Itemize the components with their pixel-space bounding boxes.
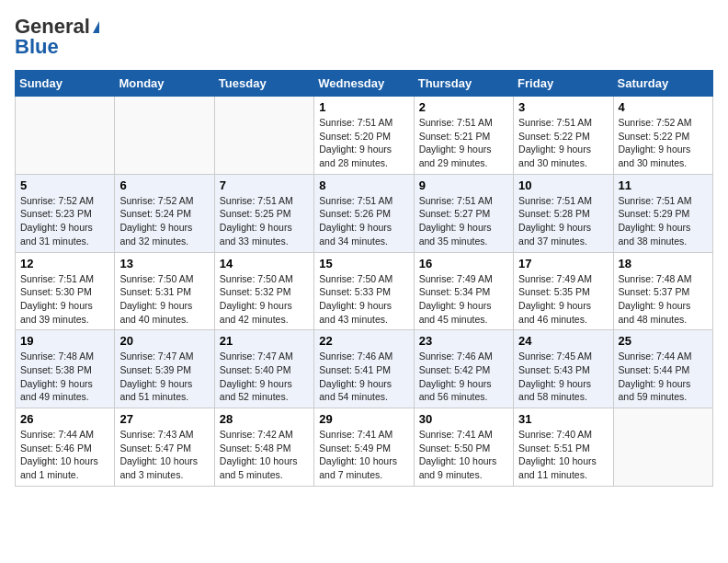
logo-blue: Blue [15,35,59,59]
day-number: 29 [319,412,408,426]
day-cell: 4Sunrise: 7:52 AM Sunset: 5:22 PM Daylig… [613,97,712,175]
day-cell: 6Sunrise: 7:52 AM Sunset: 5:24 PM Daylig… [115,174,214,252]
day-info: Sunrise: 7:51 AM Sunset: 5:26 PM Dayligh… [319,194,408,248]
day-cell: 1Sunrise: 7:51 AM Sunset: 5:20 PM Daylig… [314,97,414,175]
day-info: Sunrise: 7:41 AM Sunset: 5:49 PM Dayligh… [319,428,408,482]
day-number: 21 [220,334,309,348]
logo: General Blue [15,15,99,59]
day-number: 11 [619,178,708,192]
day-number: 19 [20,334,109,348]
day-info: Sunrise: 7:51 AM Sunset: 5:21 PM Dayligh… [419,116,508,170]
day-cell: 15Sunrise: 7:50 AM Sunset: 5:33 PM Dayli… [314,252,414,330]
page-header: General Blue [15,15,713,59]
day-info: Sunrise: 7:44 AM Sunset: 5:44 PM Dayligh… [619,350,708,404]
day-cell: 8Sunrise: 7:51 AM Sunset: 5:26 PM Daylig… [314,174,414,252]
day-number: 7 [220,178,309,192]
day-number: 24 [518,334,608,348]
day-info: Sunrise: 7:46 AM Sunset: 5:42 PM Dayligh… [419,350,508,404]
day-cell: 25Sunrise: 7:44 AM Sunset: 5:44 PM Dayli… [613,330,712,408]
day-number: 13 [119,257,209,270]
day-info: Sunrise: 7:40 AM Sunset: 5:51 PM Dayligh… [518,428,608,482]
day-info: Sunrise: 7:42 AM Sunset: 5:48 PM Dayligh… [220,428,309,482]
day-number: 2 [419,100,508,114]
day-cell: 21Sunrise: 7:47 AM Sunset: 5:40 PM Dayli… [214,330,313,408]
weekday-header-sunday: Sunday [16,71,115,97]
day-number: 23 [419,334,508,348]
day-cell: 23Sunrise: 7:46 AM Sunset: 5:42 PM Dayli… [414,330,513,408]
day-info: Sunrise: 7:41 AM Sunset: 5:50 PM Dayligh… [419,428,508,482]
day-number: 1 [319,100,408,114]
week-row-1: 1Sunrise: 7:51 AM Sunset: 5:20 PM Daylig… [16,97,713,175]
day-cell: 14Sunrise: 7:50 AM Sunset: 5:32 PM Dayli… [214,252,313,330]
day-info: Sunrise: 7:52 AM Sunset: 5:24 PM Dayligh… [119,194,209,248]
day-cell: 2Sunrise: 7:51 AM Sunset: 5:21 PM Daylig… [414,97,513,175]
day-cell: 17Sunrise: 7:49 AM Sunset: 5:35 PM Dayli… [514,252,613,330]
day-info: Sunrise: 7:51 AM Sunset: 5:28 PM Dayligh… [518,194,608,248]
week-row-5: 26Sunrise: 7:44 AM Sunset: 5:46 PM Dayli… [16,408,713,487]
day-cell: 13Sunrise: 7:50 AM Sunset: 5:31 PM Dayli… [115,252,214,330]
day-cell: 5Sunrise: 7:52 AM Sunset: 5:23 PM Daylig… [16,174,115,252]
day-number: 26 [20,412,109,426]
calendar-table: SundayMondayTuesdayWednesdayThursdayFrid… [15,70,713,487]
day-number: 12 [20,257,109,270]
day-cell: 3Sunrise: 7:51 AM Sunset: 5:22 PM Daylig… [514,97,613,175]
week-row-2: 5Sunrise: 7:52 AM Sunset: 5:23 PM Daylig… [16,174,713,252]
day-cell [214,97,313,175]
day-info: Sunrise: 7:47 AM Sunset: 5:40 PM Dayligh… [220,350,309,404]
day-cell: 18Sunrise: 7:48 AM Sunset: 5:37 PM Dayli… [613,252,712,330]
day-cell [16,97,115,175]
logo-icon [93,21,99,33]
day-info: Sunrise: 7:50 AM Sunset: 5:32 PM Dayligh… [220,272,309,327]
day-info: Sunrise: 7:52 AM Sunset: 5:23 PM Dayligh… [20,194,109,248]
day-number: 25 [619,334,708,348]
day-cell: 10Sunrise: 7:51 AM Sunset: 5:28 PM Dayli… [514,174,613,252]
day-cell: 12Sunrise: 7:51 AM Sunset: 5:30 PM Dayli… [16,252,115,330]
day-info: Sunrise: 7:49 AM Sunset: 5:34 PM Dayligh… [419,272,508,327]
day-info: Sunrise: 7:50 AM Sunset: 5:31 PM Dayligh… [119,272,209,327]
weekday-header-thursday: Thursday [414,71,513,97]
day-number: 30 [419,412,508,426]
day-info: Sunrise: 7:50 AM Sunset: 5:33 PM Dayligh… [319,272,408,327]
weekday-header-wednesday: Wednesday [314,71,414,97]
day-number: 5 [20,178,109,192]
day-cell [115,97,214,175]
day-cell: 31Sunrise: 7:40 AM Sunset: 5:51 PM Dayli… [514,408,613,487]
day-cell: 26Sunrise: 7:44 AM Sunset: 5:46 PM Dayli… [16,408,115,487]
weekday-header-tuesday: Tuesday [214,71,313,97]
week-row-3: 12Sunrise: 7:51 AM Sunset: 5:30 PM Dayli… [16,252,713,330]
day-cell: 19Sunrise: 7:48 AM Sunset: 5:38 PM Dayli… [16,330,115,408]
day-cell: 20Sunrise: 7:47 AM Sunset: 5:39 PM Dayli… [115,330,214,408]
day-info: Sunrise: 7:51 AM Sunset: 5:25 PM Dayligh… [220,194,309,248]
day-info: Sunrise: 7:51 AM Sunset: 5:20 PM Dayligh… [319,116,408,170]
day-number: 15 [319,257,408,270]
weekday-header-monday: Monday [115,71,214,97]
day-info: Sunrise: 7:48 AM Sunset: 5:38 PM Dayligh… [20,350,109,404]
day-number: 14 [220,257,309,270]
day-number: 9 [419,178,508,192]
day-number: 22 [319,334,408,348]
day-info: Sunrise: 7:51 AM Sunset: 5:30 PM Dayligh… [20,272,109,327]
day-cell: 16Sunrise: 7:49 AM Sunset: 5:34 PM Dayli… [414,252,513,330]
day-cell: 22Sunrise: 7:46 AM Sunset: 5:41 PM Dayli… [314,330,414,408]
day-number: 8 [319,178,408,192]
day-cell [613,408,712,487]
day-number: 28 [220,412,309,426]
day-cell: 27Sunrise: 7:43 AM Sunset: 5:47 PM Dayli… [115,408,214,487]
weekday-header-row: SundayMondayTuesdayWednesdayThursdayFrid… [16,71,713,97]
day-cell: 30Sunrise: 7:41 AM Sunset: 5:50 PM Dayli… [414,408,513,487]
weekday-header-friday: Friday [514,71,613,97]
day-info: Sunrise: 7:51 AM Sunset: 5:22 PM Dayligh… [518,116,608,170]
day-info: Sunrise: 7:48 AM Sunset: 5:37 PM Dayligh… [619,272,708,327]
day-info: Sunrise: 7:52 AM Sunset: 5:22 PM Dayligh… [619,116,708,170]
day-info: Sunrise: 7:46 AM Sunset: 5:41 PM Dayligh… [319,350,408,404]
day-cell: 24Sunrise: 7:45 AM Sunset: 5:43 PM Dayli… [514,330,613,408]
day-number: 6 [119,178,209,192]
day-number: 31 [518,412,608,426]
day-info: Sunrise: 7:49 AM Sunset: 5:35 PM Dayligh… [518,272,608,327]
day-number: 18 [619,257,708,270]
day-cell: 7Sunrise: 7:51 AM Sunset: 5:25 PM Daylig… [214,174,313,252]
day-number: 17 [518,257,608,270]
day-info: Sunrise: 7:43 AM Sunset: 5:47 PM Dayligh… [119,428,209,482]
day-info: Sunrise: 7:47 AM Sunset: 5:39 PM Dayligh… [119,350,209,404]
weekday-header-saturday: Saturday [613,71,712,97]
